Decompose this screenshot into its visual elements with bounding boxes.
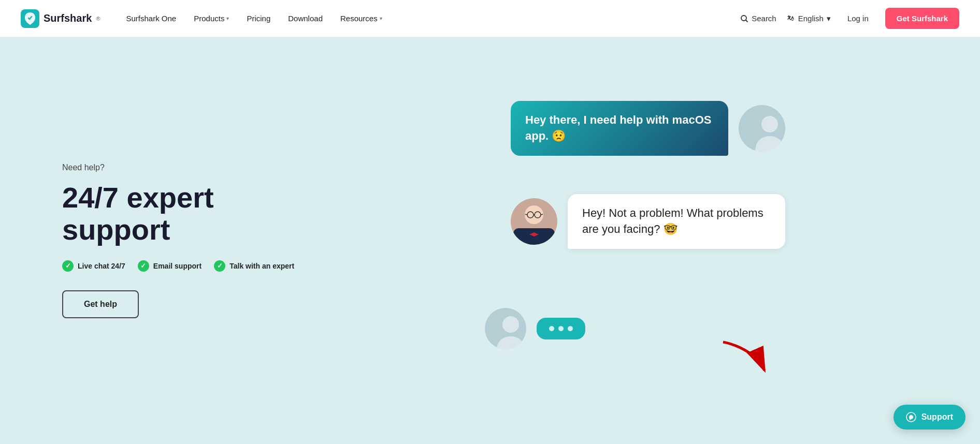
red-arrow-icon [713, 337, 775, 378]
user-silhouette-icon [754, 113, 785, 152]
feature-talk-expert: ✓ Talk with an expert [214, 260, 294, 272]
support-bubble: Hey! Not a problem! What problems are yo… [568, 194, 785, 249]
products-chevron-icon: ▾ [226, 16, 229, 21]
user-bubble: Hey there, I need help with macOS app. 😟 [511, 101, 728, 156]
lang-chevron-icon: ▾ [827, 14, 831, 23]
user-avatar [739, 105, 785, 152]
nav-links: Surfshark One Products ▾ Pricing Downloa… [119, 10, 740, 27]
support-button[interactable]: Support [893, 405, 965, 430]
typing-indicator [537, 318, 585, 339]
chat-illustration: Hey there, I need help with macOS app. 😟 [454, 91, 785, 391]
need-help-label: Need help? [62, 163, 321, 172]
chat-message-3 [485, 308, 585, 349]
typing-dot-3 [568, 326, 573, 331]
svg-point-8 [502, 316, 519, 333]
get-help-button[interactable]: Get help [62, 290, 139, 318]
nav-item-surfshark-one[interactable]: Surfshark One [119, 10, 183, 27]
logo-icon [21, 9, 39, 28]
arrow-container [713, 337, 775, 380]
support-avatar [511, 198, 557, 245]
hero-title: 24/7 expert support [62, 182, 321, 245]
typing-dot-1 [549, 326, 554, 331]
translate-icon [787, 14, 795, 23]
user-silhouette-icon-2 [495, 313, 526, 349]
hero-section: Need help? 24/7 expert support ✓ Live ch… [0, 37, 980, 444]
get-surfshark-button[interactable]: Get Surfshark [885, 8, 959, 29]
svg-point-2 [761, 116, 778, 132]
language-selector[interactable]: English ▾ [787, 14, 831, 23]
check-icon-2: ✓ [138, 260, 149, 272]
feature-live-chat: ✓ Live chat 24/7 [62, 260, 125, 272]
user-avatar-2 [485, 308, 526, 349]
hero-left: Need help? 24/7 expert support ✓ Live ch… [62, 163, 321, 318]
typing-dot-2 [558, 326, 564, 331]
nav-right: Search English ▾ Log in Get Surfshark [740, 8, 959, 29]
login-button[interactable]: Log in [841, 10, 875, 27]
logo-link[interactable]: Surfshark ® [21, 9, 100, 28]
nav-item-download[interactable]: Download [281, 10, 330, 27]
support-person-icon [511, 198, 557, 245]
hero-right: Hey there, I need help with macOS app. 😟 [321, 85, 918, 396]
hero-features: ✓ Live chat 24/7 ✓ Email support ✓ Talk … [62, 260, 321, 272]
chat-message-2: Hey! Not a problem! What problems are yo… [511, 194, 785, 249]
check-icon-3: ✓ [214, 260, 225, 272]
resources-chevron-icon: ▾ [380, 16, 382, 21]
feature-email-support: ✓ Email support [138, 260, 201, 272]
check-icon-1: ✓ [62, 260, 74, 272]
nav-item-pricing[interactable]: Pricing [239, 10, 278, 27]
nav-item-resources[interactable]: Resources ▾ [333, 10, 390, 27]
search-icon [740, 14, 748, 23]
search-button[interactable]: Search [740, 14, 776, 23]
navbar: Surfshark ® Surfshark One Products ▾ Pri… [0, 0, 980, 37]
nav-item-products[interactable]: Products ▾ [186, 10, 236, 27]
logo-text: Surfshark [44, 12, 92, 24]
chat-message-1: Hey there, I need help with macOS app. 😟 [511, 101, 785, 156]
support-chat-icon [906, 412, 916, 422]
logo-trademark: ® [96, 16, 100, 22]
